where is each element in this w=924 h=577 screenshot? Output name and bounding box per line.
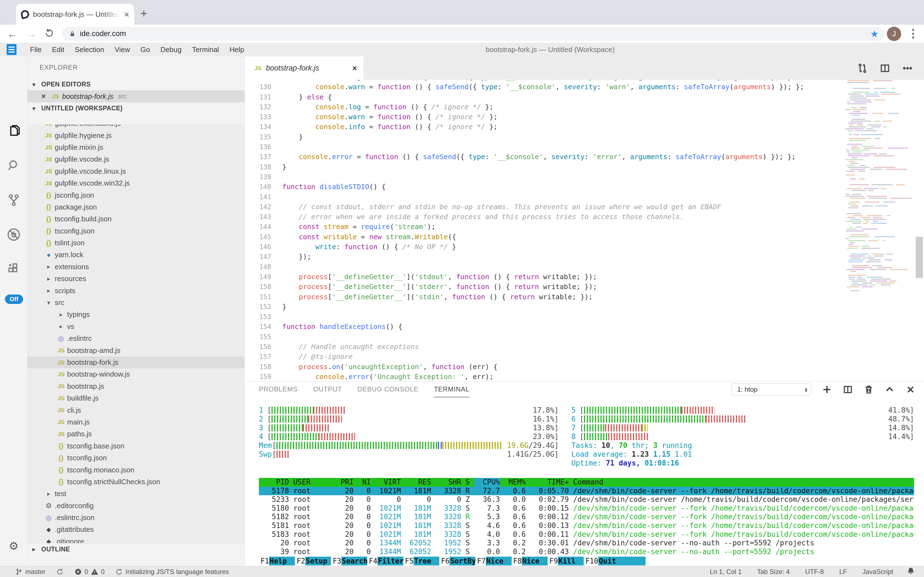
fkey-label-F9[interactable]: Kill <box>558 557 584 566</box>
status-ln-1-col-1[interactable]: Ln 1, Col 1 <box>710 568 742 575</box>
tree-item-jsconfig.json[interactable]: {}jsconfig.json <box>27 189 244 201</box>
tree-item-extensions[interactable]: ▸extensions <box>27 261 244 273</box>
menu-help[interactable]: Help <box>224 45 249 54</box>
fkey-label-F6[interactable]: SortBy <box>450 557 475 566</box>
compare-changes-icon[interactable] <box>857 63 868 74</box>
tree-item-gulpfile.vscode.linux.js[interactable]: JSgulpfile.vscode.linux.js <box>27 166 244 177</box>
tree-item-typings[interactable]: ▸typings <box>27 309 244 321</box>
debug-disabled-icon[interactable] <box>0 227 27 242</box>
fkey-F6[interactable]: F6 <box>439 557 450 566</box>
tree-item-tsconfig.json[interactable]: {}tsconfig.json <box>27 225 244 237</box>
tree-item-buildfile.js[interactable]: JSbuildfile.js <box>27 392 244 404</box>
settings-gear-icon[interactable]: ⚙ <box>0 540 27 552</box>
tree-item-gulpfile.mixin.js[interactable]: JSgulpfile.mixin.js <box>27 142 244 153</box>
outline-header[interactable]: ▸ OUTLINE <box>27 543 244 555</box>
tree-item-package.json[interactable]: {}package.json <box>27 201 244 213</box>
explorer-icon[interactable] <box>0 124 27 138</box>
browser-menu-icon[interactable] <box>910 29 917 39</box>
close-icon[interactable]: × <box>41 92 48 101</box>
new-terminal-icon[interactable] <box>822 384 832 395</box>
panel-tab-debug-console[interactable]: DEBUG CONSOLE <box>357 382 418 398</box>
tree-item-bootstrap.js[interactable]: JSbootstrap.js <box>27 380 244 392</box>
process-row-5178[interactable]: 5178root2001021M181M3328R72.70.60:05.70/… <box>259 487 914 495</box>
tree-item-gulpfile.vscode.js[interactable]: JSgulpfile.vscode.js <box>27 153 244 165</box>
new-tab-button[interactable]: + <box>140 6 148 20</box>
open-editors-header[interactable]: ▾ OPEN EDITORS <box>27 79 244 90</box>
language-status[interactable]: Initializing JS/TS language features <box>116 568 229 575</box>
fkey-F3[interactable]: F3 <box>331 557 341 566</box>
split-terminal-icon[interactable] <box>842 384 853 395</box>
menu-selection[interactable]: Selection <box>70 45 109 54</box>
status-utf-8[interactable]: UTF-8 <box>805 568 824 575</box>
open-editor-item[interactable]: × JS bootstrap-fork.js src <box>27 90 244 102</box>
extensions-icon[interactable] <box>0 261 27 276</box>
tree-item-tsconfig.json[interactable]: {}tsconfig.json <box>27 452 244 464</box>
tab-close-icon[interactable]: × <box>124 10 129 19</box>
menu-terminal[interactable]: Terminal <box>187 45 224 54</box>
fkey-F2[interactable]: F2 <box>295 557 305 566</box>
kill-terminal-icon[interactable] <box>863 384 874 395</box>
tree-item-bootstrap-fork.js[interactable]: JSbootstrap-fork.js <box>27 356 244 368</box>
panel-tab-problems[interactable]: PROBLEMS <box>259 382 297 398</box>
editor-tab[interactable]: JS bootstrap-fork.js × <box>245 56 364 80</box>
problems-indicator[interactable]: 0 0 <box>74 568 104 575</box>
editor-scrollbar[interactable] <box>916 237 923 278</box>
tree-item-src[interactable]: ▾src <box>27 297 244 309</box>
terminal[interactable]: 1[17.8%]2[16.1%]3[13.8%]4[23.0%]Mem[19.6… <box>245 398 924 566</box>
tree-item-cli.js[interactable]: JScli.js <box>27 404 244 416</box>
workspace-header[interactable]: ▾ UNTITLED (WORKSPACE) <box>27 102 244 114</box>
status-lf[interactable]: LF <box>839 568 847 575</box>
tab-close-icon[interactable]: × <box>352 64 357 73</box>
fkey-F5[interactable]: F5 <box>403 557 413 566</box>
tree-item-tsconfig.monaco.json[interactable]: {}tsconfig.monaco.json <box>27 464 244 476</box>
search-icon[interactable] <box>0 158 27 172</box>
bookmark-star-icon[interactable]: ★ <box>870 28 879 39</box>
fkey-label-F3[interactable]: Search <box>341 557 367 566</box>
fkey-label-F7[interactable]: Nice - <box>486 557 512 566</box>
sync-button[interactable] <box>56 568 64 575</box>
tree-item-test[interactable]: ▸test <box>27 488 244 500</box>
menu-edit[interactable]: Edit <box>47 45 70 54</box>
close-panel-icon[interactable] <box>905 384 916 395</box>
tree-item-tsconfig.base.json[interactable]: {}tsconfig.base.json <box>27 440 244 452</box>
tree-item-.eslintrc[interactable]: ◎.eslintrc <box>27 332 244 344</box>
tree-item-.eslintrc.json[interactable]: ◎.eslintrc.json <box>27 512 244 524</box>
tree-item-vs[interactable]: ▸vs <box>27 321 244 332</box>
git-branch-indicator[interactable]: master <box>15 568 45 575</box>
tree-item-bootstrap-window.js[interactable]: JSbootstrap-window.js <box>27 368 244 380</box>
browser-tab[interactable]: bootstrap-fork.js — Untitled (W × <box>16 4 134 25</box>
tree-item-gulpfile.hygiene.js[interactable]: JSgulpfile.hygiene.js <box>27 129 244 141</box>
fkey-F9[interactable]: F9 <box>548 557 558 566</box>
process-row-39[interactable]: 39root2001344M620521952S0.00.20:00.43/de… <box>259 548 914 556</box>
fkey-label-F10[interactable]: Quit <box>598 557 624 566</box>
fkey-label-F5[interactable]: Tree <box>413 557 439 566</box>
back-icon[interactable]: ← <box>7 29 18 39</box>
fkey-label-F8[interactable]: Nice + <box>522 557 548 566</box>
status-javascript[interactable]: JavaScript <box>862 568 893 575</box>
tree-item-yarn.lock[interactable]: ●yarn.lock <box>27 249 244 261</box>
tree-item-.gitignore[interactable]: ◆.gitignore <box>27 536 244 543</box>
avatar[interactable]: J <box>887 27 901 41</box>
terminal-select[interactable]: 1: htop ▴▾ <box>731 384 811 396</box>
fkey-label-F1[interactable]: Help <box>269 557 295 566</box>
fkey-F4[interactable]: F4 <box>367 557 378 566</box>
tree-item-resources[interactable]: ▸resources <box>27 273 244 285</box>
process-row-5180[interactable]: 5180root2001021M181M3328S7.30.60:00.15/d… <box>259 504 914 513</box>
tree-item-paths.js[interactable]: JSpaths.js <box>27 428 244 440</box>
htop-table-header[interactable]: PIDUSERPRINIVIRTRESSHRSCPU%MEM%TIME+Comm… <box>259 478 914 487</box>
tree-item-gulpfile.extensions.js[interactable]: JSgulpfile.extensions.js <box>27 124 244 129</box>
source-control-icon[interactable] <box>0 193 27 207</box>
panel-tab-terminal[interactable]: TERMINAL <box>434 382 469 398</box>
tree-item-main.js[interactable]: JSmain.js <box>27 416 244 428</box>
process-row-5183[interactable]: 5183root2001021M181M3328S4.00.60:00.11/d… <box>259 530 914 539</box>
process-row-5181[interactable]: 5181root2001021M181M3328S4.60.60:00.13/d… <box>259 521 914 530</box>
fkey-F10[interactable]: F10 <box>584 557 598 566</box>
more-actions-icon[interactable] <box>902 63 913 74</box>
url-bar[interactable]: ide.coder.com <box>62 27 884 41</box>
split-editor-icon[interactable] <box>879 63 890 74</box>
fkey-F1[interactable]: F1 <box>259 557 269 566</box>
fkey-F7[interactable]: F7 <box>475 557 485 566</box>
collaboration-off-badge[interactable]: Off <box>5 295 23 304</box>
fkey-F8[interactable]: F8 <box>512 557 522 566</box>
tree-item-.editorconfig[interactable]: ⚙.editorconfig <box>27 500 244 512</box>
